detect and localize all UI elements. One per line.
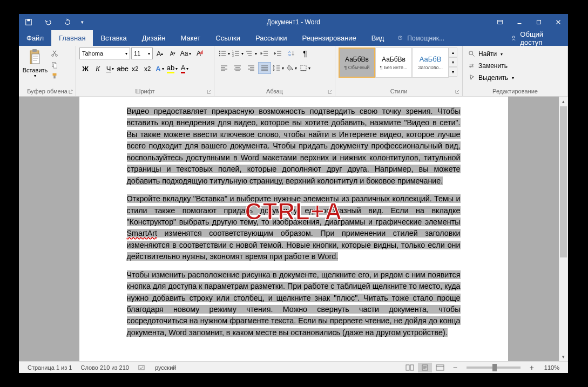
font-size-combobox[interactable]: 11▾ bbox=[131, 47, 153, 59]
align-left-button[interactable] bbox=[218, 62, 231, 74]
font-group-label: Шрифт bbox=[135, 88, 154, 94]
tab-file[interactable]: Файл bbox=[19, 30, 51, 46]
clipboard-group-label: Буфер обмена bbox=[27, 88, 67, 94]
ribbon-group-paragraph: ▾ 123▾ ▾ AЯ ¶ ▾ ▾ ▾ Абза bbox=[214, 46, 335, 96]
justify-button[interactable] bbox=[258, 62, 271, 74]
svg-rect-23 bbox=[301, 65, 306, 71]
close-button[interactable] bbox=[549, 14, 568, 30]
align-right-button[interactable] bbox=[245, 62, 258, 74]
spellcheck-icon[interactable] bbox=[133, 364, 151, 371]
sort-button[interactable]: AЯ bbox=[285, 47, 298, 59]
ribbon-group-font: Tahoma▾ 11▾ A▴ A▾ Aa▾ A◢ Ж К Ч▾ abc x2 x… bbox=[76, 46, 214, 96]
tab-mailings[interactable]: Рассылки bbox=[248, 30, 294, 46]
dialog-launcher-icon[interactable] bbox=[455, 89, 460, 94]
minimize-button[interactable] bbox=[510, 14, 529, 30]
save-button[interactable] bbox=[19, 14, 38, 30]
style-heading1[interactable]: АаБбВ Заголово... bbox=[412, 47, 449, 78]
replace-button[interactable]: Заменить bbox=[466, 60, 516, 71]
change-case-button[interactable]: Aa▾ bbox=[180, 47, 192, 59]
tab-review[interactable]: Рецензирование bbox=[294, 30, 363, 46]
qat-customize-button[interactable]: ▾ bbox=[77, 14, 87, 30]
underline-button[interactable]: Ч▾ bbox=[104, 63, 116, 74]
word-count[interactable]: Слово 210 из 210 bbox=[76, 364, 133, 371]
vertical-scrollbar[interactable]: ▴ ▾ bbox=[559, 97, 568, 361]
borders-button[interactable]: ▾ bbox=[299, 62, 312, 74]
clear-formatting-button[interactable]: A◢ bbox=[193, 47, 205, 59]
font-name-combobox[interactable]: Tahoma▾ bbox=[79, 47, 130, 59]
subscript-button[interactable]: x2 bbox=[129, 63, 141, 74]
undo-button[interactable] bbox=[38, 14, 58, 30]
document-page[interactable]: Видео предоставляет прекрасную возможнос… bbox=[79, 97, 508, 361]
svg-point-16 bbox=[219, 55, 220, 56]
tab-view[interactable]: Вид bbox=[364, 30, 392, 46]
zoom-slider-knob[interactable] bbox=[492, 364, 497, 371]
document-area[interactable]: Видео предоставляет прекрасную возможнос… bbox=[19, 97, 568, 361]
language-indicator[interactable]: русский bbox=[151, 364, 180, 371]
search-icon bbox=[468, 50, 476, 58]
scissors-icon bbox=[51, 50, 58, 57]
bold-button[interactable]: Ж bbox=[79, 63, 91, 74]
paste-button[interactable]: Вставить ▾ bbox=[22, 47, 48, 78]
user-account[interactable]: ⠀⠀⠀⠀⠀ bbox=[455, 34, 504, 42]
zoom-in-button[interactable]: + bbox=[525, 363, 539, 372]
dialog-launcher-icon[interactable] bbox=[327, 89, 333, 94]
svg-point-15 bbox=[219, 53, 220, 54]
page-indicator[interactable]: Страница 1 из 1 bbox=[23, 364, 76, 371]
multilevel-list-button[interactable]: ▾ bbox=[245, 47, 258, 59]
format-painter-button[interactable] bbox=[49, 71, 60, 81]
tab-home[interactable]: Главная bbox=[51, 30, 93, 46]
tab-layout[interactable]: Макет bbox=[173, 30, 208, 46]
scrollbar-thumb[interactable] bbox=[560, 106, 567, 257]
dialog-launcher-icon[interactable] bbox=[206, 89, 212, 94]
find-button[interactable]: Найти▾ bbox=[466, 49, 516, 59]
shading-button[interactable]: ▾ bbox=[285, 62, 298, 74]
brush-icon bbox=[51, 72, 58, 80]
maximize-button[interactable] bbox=[529, 14, 549, 30]
tell-me-search[interactable]: Помощник... bbox=[391, 35, 455, 42]
web-layout-button[interactable] bbox=[433, 363, 447, 372]
paragraph-group-label: Абзац bbox=[266, 88, 283, 94]
print-layout-button[interactable] bbox=[418, 363, 432, 372]
copy-button[interactable] bbox=[49, 60, 60, 70]
svg-rect-29 bbox=[436, 365, 444, 370]
svg-rect-27 bbox=[410, 365, 414, 370]
text-effects-button[interactable]: A▾ bbox=[154, 63, 166, 74]
strikethrough-button[interactable]: abc bbox=[117, 63, 129, 74]
shrink-font-button[interactable]: A▾ bbox=[167, 47, 179, 59]
bullets-button[interactable]: ▾ bbox=[218, 47, 231, 59]
style-no-spacing[interactable]: АаБбВв ¶ Без инте... bbox=[375, 47, 412, 78]
scroll-down-button[interactable]: ▾ bbox=[559, 352, 568, 361]
superscript-button[interactable]: x2 bbox=[141, 63, 153, 74]
redo-button[interactable] bbox=[58, 14, 77, 30]
tab-insert[interactable]: Вставка bbox=[93, 30, 134, 46]
zoom-out-button[interactable]: − bbox=[448, 363, 462, 372]
styles-gallery-scroll[interactable]: ▴▾▾ bbox=[449, 47, 457, 78]
decrease-indent-button[interactable] bbox=[258, 47, 271, 59]
scroll-up-button[interactable]: ▴ bbox=[559, 97, 568, 106]
grow-font-button[interactable]: A▴ bbox=[154, 47, 166, 59]
show-marks-button[interactable]: ¶ bbox=[299, 47, 312, 59]
line-spacing-button[interactable]: ▾ bbox=[272, 62, 285, 74]
increase-indent-button[interactable] bbox=[272, 47, 285, 59]
style-normal[interactable]: АаБбВв ¶ Обычный bbox=[339, 47, 375, 78]
zoom-percentage[interactable]: 110% bbox=[540, 364, 564, 371]
document-body[interactable]: Видео предоставляет прекрасную возможнос… bbox=[127, 106, 461, 338]
cut-button[interactable] bbox=[49, 49, 60, 58]
svg-rect-12 bbox=[53, 64, 57, 68]
word-app-window: ▾ Документ1 - Word Файл Главная Вставка … bbox=[19, 14, 568, 373]
numbering-button[interactable]: 123▾ bbox=[231, 47, 244, 59]
ribbon-display-button[interactable] bbox=[490, 14, 510, 30]
tab-design[interactable]: Дизайн bbox=[134, 30, 173, 46]
align-center-button[interactable] bbox=[231, 62, 244, 74]
highlight-button[interactable]: ab▾ bbox=[166, 63, 178, 74]
italic-button[interactable]: К bbox=[92, 63, 104, 74]
svg-rect-25 bbox=[139, 365, 144, 370]
tab-references[interactable]: Ссылки bbox=[208, 30, 248, 46]
zoom-slider[interactable] bbox=[467, 366, 521, 369]
font-color-button[interactable]: A▾ bbox=[179, 63, 191, 74]
svg-point-24 bbox=[469, 51, 473, 55]
dialog-launcher-icon[interactable] bbox=[68, 89, 73, 94]
share-button[interactable]: Общий доступ bbox=[504, 30, 568, 46]
select-button[interactable]: Выделить▾ bbox=[466, 72, 516, 83]
read-mode-button[interactable] bbox=[403, 363, 417, 372]
